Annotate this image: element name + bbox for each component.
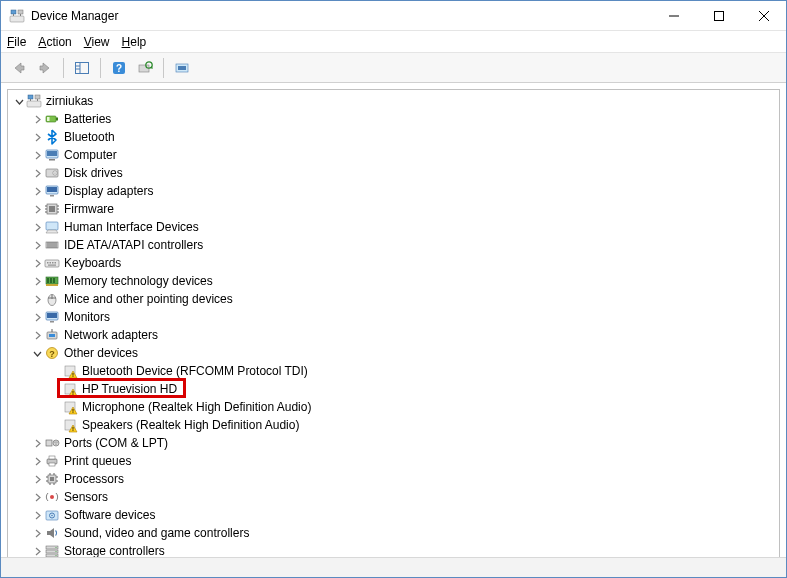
expand-icon[interactable] <box>30 328 44 342</box>
bluetooth-icon <box>44 129 60 145</box>
expand-icon[interactable] <box>30 148 44 162</box>
other-icon <box>44 345 60 361</box>
toolbar: ? <box>1 53 786 83</box>
expand-icon[interactable] <box>30 454 44 468</box>
expand-icon[interactable] <box>30 490 44 504</box>
node-label: Monitors <box>64 308 110 326</box>
expand-icon[interactable] <box>30 256 44 270</box>
tree-node-computer[interactable]: Computer <box>8 146 779 164</box>
disk-icon <box>44 165 60 181</box>
tree-node-battery[interactable]: Batteries <box>8 110 779 128</box>
node-label: Display adapters <box>64 182 153 200</box>
forward-button[interactable] <box>33 56 57 80</box>
battery-icon <box>44 111 60 127</box>
tree-node-memory[interactable]: Memory technology devices <box>8 272 779 290</box>
scan-hardware-button[interactable] <box>133 56 157 80</box>
tree-root[interactable]: zirniukas <box>8 92 779 110</box>
tree-node-firmware[interactable]: Firmware <box>8 200 779 218</box>
toolbar-separator <box>163 58 164 78</box>
show-hide-tree-button[interactable] <box>70 56 94 80</box>
svg-rect-0 <box>11 10 16 14</box>
expand-icon[interactable] <box>30 274 44 288</box>
expand-icon[interactable] <box>30 526 44 540</box>
tree-node-mouse[interactable]: Mice and other pointing devices <box>8 290 779 308</box>
leaf-label: Bluetooth Device (RFCOMM Protocol TDI) <box>82 362 308 380</box>
expand-icon[interactable] <box>30 238 44 252</box>
firmware-icon <box>44 201 60 217</box>
tree-node-storage[interactable]: Storage controllers <box>8 542 779 557</box>
tree-node-sensor[interactable]: Sensors <box>8 488 779 506</box>
svg-rect-19 <box>178 66 186 70</box>
expand-icon[interactable] <box>30 112 44 126</box>
menubar: File Action View Help <box>1 31 786 53</box>
node-label: Processors <box>64 470 124 488</box>
tree-leaf[interactable]: HP Truevision HD <box>8 380 779 398</box>
svg-rect-1 <box>18 10 23 14</box>
maximize-button[interactable] <box>696 1 741 30</box>
warn-icon <box>62 399 78 415</box>
expand-icon[interactable] <box>30 436 44 450</box>
node-label: Human Interface Devices <box>64 218 199 236</box>
collapse-icon[interactable] <box>12 94 26 108</box>
tree-node-bluetooth[interactable]: Bluetooth <box>8 128 779 146</box>
expand-icon[interactable] <box>30 508 44 522</box>
ide-icon <box>44 237 60 253</box>
app-icon <box>9 8 25 24</box>
expand-icon[interactable] <box>30 544 44 557</box>
tree-node-sound[interactable]: Sound, video and game controllers <box>8 524 779 542</box>
tree-leaf[interactable]: Bluetooth Device (RFCOMM Protocol TDI) <box>8 362 779 380</box>
monitor-icon <box>44 309 60 325</box>
computer-icon <box>44 147 60 163</box>
software-icon <box>44 507 60 523</box>
tree-node-disk[interactable]: Disk drives <box>8 164 779 182</box>
node-label: Computer <box>64 146 117 164</box>
tree-leaf[interactable]: Speakers (Realtek High Definition Audio) <box>8 416 779 434</box>
tree-node-network[interactable]: Network adapters <box>8 326 779 344</box>
close-button[interactable] <box>741 1 786 30</box>
node-label: Network adapters <box>64 326 158 344</box>
minimize-button[interactable] <box>651 1 696 30</box>
show-hidden-button[interactable] <box>170 56 194 80</box>
toolbar-separator <box>63 58 64 78</box>
menu-view[interactable]: View <box>84 35 110 49</box>
ports-icon <box>44 435 60 451</box>
help-button[interactable]: ? <box>107 56 131 80</box>
tree-node-display[interactable]: Display adapters <box>8 182 779 200</box>
tree-node-software[interactable]: Software devices <box>8 506 779 524</box>
menu-action[interactable]: Action <box>38 35 71 49</box>
expand-icon[interactable] <box>30 472 44 486</box>
menu-file[interactable]: File <box>7 35 26 49</box>
processor-icon <box>44 471 60 487</box>
root-label: zirniukas <box>46 92 93 110</box>
device-tree-scroll[interactable]: zirniukas Batteries Bluetooth Computer D… <box>7 89 780 557</box>
tree-node-print[interactable]: Print queues <box>8 452 779 470</box>
network-icon <box>44 327 60 343</box>
tree-node-ports[interactable]: Ports (COM & LPT) <box>8 434 779 452</box>
menu-help[interactable]: Help <box>122 35 147 49</box>
svg-text:?: ? <box>116 63 122 74</box>
node-label: Batteries <box>64 110 111 128</box>
tree-node-processor[interactable]: Processors <box>8 470 779 488</box>
tree-node-monitor[interactable]: Monitors <box>8 308 779 326</box>
leaf-label: HP Truevision HD <box>82 380 177 398</box>
node-label: Software devices <box>64 506 155 524</box>
expand-icon[interactable] <box>30 220 44 234</box>
expand-icon[interactable] <box>30 310 44 324</box>
window-controls <box>651 1 786 30</box>
expand-icon[interactable] <box>30 184 44 198</box>
expand-icon[interactable] <box>30 166 44 180</box>
node-label: IDE ATA/ATAPI controllers <box>64 236 203 254</box>
collapse-icon[interactable] <box>30 346 44 360</box>
tree-node-keyboard[interactable]: Keyboards <box>8 254 779 272</box>
expand-icon[interactable] <box>30 130 44 144</box>
display-icon <box>44 183 60 199</box>
keyboard-icon <box>44 255 60 271</box>
node-label: Mice and other pointing devices <box>64 290 233 308</box>
tree-leaf[interactable]: Microphone (Realtek High Definition Audi… <box>8 398 779 416</box>
back-button[interactable] <box>7 56 31 80</box>
tree-node-hid[interactable]: Human Interface Devices <box>8 218 779 236</box>
expand-icon[interactable] <box>30 202 44 216</box>
tree-node-other[interactable]: Other devices <box>8 344 779 362</box>
expand-icon[interactable] <box>30 292 44 306</box>
tree-node-ide[interactable]: IDE ATA/ATAPI controllers <box>8 236 779 254</box>
